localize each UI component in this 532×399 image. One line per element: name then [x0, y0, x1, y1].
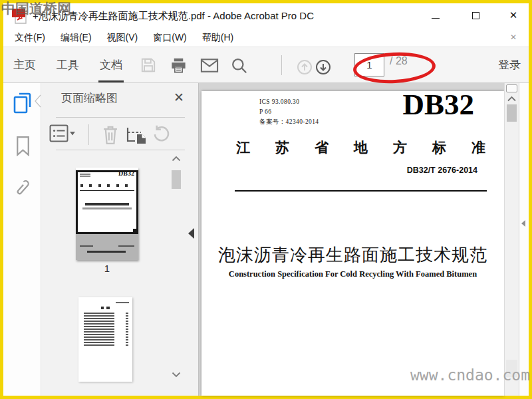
- tab-document[interactable]: 文档: [100, 47, 122, 82]
- panel-close-icon[interactable]: ✕: [174, 90, 184, 104]
- record-line: 备案号：42340-2014: [259, 117, 319, 127]
- toolbar: 主页 工具 文档 1: [3, 47, 529, 83]
- right-pane-strip: [519, 83, 529, 396]
- maximize-button[interactable]: [470, 10, 481, 21]
- panel-divider: [56, 117, 185, 118]
- view-indicator-handle[interactable]: [133, 229, 138, 233]
- document-scrollbar-thumb[interactable]: [507, 104, 517, 122]
- watermark-top-left: 中国道桥网: [1, 0, 71, 18]
- trash-icon[interactable]: [101, 124, 120, 145]
- minimize-icon: [432, 18, 440, 19]
- tools-pane-collapse-arrow[interactable]: [521, 220, 525, 227]
- page-view-indicator[interactable]: [76, 170, 138, 234]
- thumb1-art: [87, 251, 126, 253]
- thumb2-art: [126, 313, 128, 347]
- ics-line: ICS 93.080.30: [259, 97, 319, 107]
- panel-divider: [56, 150, 185, 150]
- document-title-en: Construction Specification For Cold Recy…: [201, 269, 504, 279]
- tab-tools[interactable]: 工具: [57, 47, 79, 82]
- window-title: +泡沫沥青冷再生路面施工技术规范.pdf - Adobe Acrobat Pro…: [33, 10, 314, 23]
- menubar-close-icon[interactable]: ✕: [510, 33, 517, 42]
- thumbnail-page-2[interactable]: [78, 297, 132, 382]
- navigation-pane-strip: [3, 83, 41, 396]
- email-icon[interactable]: [200, 58, 219, 73]
- print-icon[interactable]: [170, 57, 188, 74]
- ics-block: ICS 93.080.30 P 66 备案号：42340-2014: [259, 97, 319, 127]
- thumb2-art: [84, 313, 114, 347]
- thumbnail-page-1[interactable]: DB32: [76, 168, 138, 260]
- save-icon[interactable]: [140, 57, 157, 74]
- scrollbar-top-button[interactable]: [506, 84, 517, 92]
- minimize-button[interactable]: [430, 10, 441, 21]
- panel-collapse-arrow[interactable]: [188, 228, 194, 239]
- document-title-cn: 泡沫沥青冷再生路面施工技术规范: [201, 243, 504, 267]
- extract-pages-icon[interactable]: [126, 124, 147, 144]
- menu-file[interactable]: 文件(F): [15, 32, 45, 44]
- close-icon: ✕: [509, 11, 518, 21]
- panel-toolbar-separator: [88, 124, 89, 145]
- thumb1-hidden-region: [76, 234, 138, 260]
- thumbnails-panel: 页面缩略图 ✕ DB32: [41, 83, 199, 396]
- menu-help[interactable]: 帮助(H): [202, 32, 233, 44]
- pdf-page[interactable]: ICS 93.080.30 P 66 备案号：42340-2014 DB32 江…: [201, 91, 504, 396]
- region-standard-title: 江苏省地方标准: [236, 138, 511, 157]
- tab-home[interactable]: 主页: [13, 47, 36, 82]
- thumb2-art: [101, 307, 110, 309]
- document-area: ICS 93.080.30 P 66 备案号：42340-2014 DB32 江…: [199, 83, 529, 396]
- page-thumbnails-icon[interactable]: [12, 92, 33, 114]
- toolbar-separator: [281, 55, 282, 75]
- maximize-icon: [472, 12, 479, 19]
- panel-scrollbar-thumb[interactable]: [172, 170, 181, 189]
- scroll-down-icon[interactable]: [172, 372, 181, 378]
- menu-view[interactable]: 视图(V): [107, 32, 138, 44]
- page-down-icon[interactable]: [315, 59, 331, 75]
- title-rule: [235, 190, 487, 192]
- menubar: 文件(F) 编辑(E) 视图(V) 窗口(W) 帮助(H) ✕: [3, 29, 529, 47]
- thumb2-art: [116, 302, 129, 303]
- app-window: +泡沫沥青冷再生路面施工技术规范.pdf - Adobe Acrobat Pro…: [0, 0, 532, 399]
- watermark-text: 中国道桥网: [1, 0, 71, 17]
- sign-in-button[interactable]: 登录: [498, 47, 521, 82]
- search-icon[interactable]: [230, 57, 248, 74]
- menu-window[interactable]: 窗口(W): [153, 32, 187, 44]
- attachments-icon[interactable]: [12, 177, 33, 199]
- rotate-icon[interactable]: [152, 124, 172, 144]
- thumb1-art: [118, 245, 134, 247]
- watermark-bottom-right: www.cndao.com: [410, 366, 530, 384]
- close-button[interactable]: ✕: [508, 10, 519, 21]
- bookmarks-icon[interactable]: [15, 136, 31, 156]
- document-scrollbar[interactable]: [504, 83, 519, 396]
- options-icon[interactable]: [49, 124, 76, 143]
- menu-edit[interactable]: 编辑(E): [61, 32, 92, 44]
- scroll-up-icon[interactable]: [507, 96, 517, 102]
- panel-title: 页面缩略图: [61, 90, 118, 106]
- classification-line: P 66: [259, 107, 319, 117]
- titlebar: +泡沫沥青冷再生路面施工技术规范.pdf - Adobe Acrobat Pro…: [3, 3, 529, 29]
- scroll-up-icon[interactable]: [172, 156, 181, 162]
- panel-scrollbar[interactable]: [170, 154, 182, 380]
- standard-code: DB32: [402, 87, 474, 122]
- thumb1-art: [80, 245, 93, 247]
- active-pane-notch: [34, 94, 41, 108]
- thumbnail-1-number: 1: [76, 263, 138, 274]
- page-up-icon[interactable]: [297, 59, 313, 75]
- standard-number: DB32/T 2676-2014: [407, 166, 477, 175]
